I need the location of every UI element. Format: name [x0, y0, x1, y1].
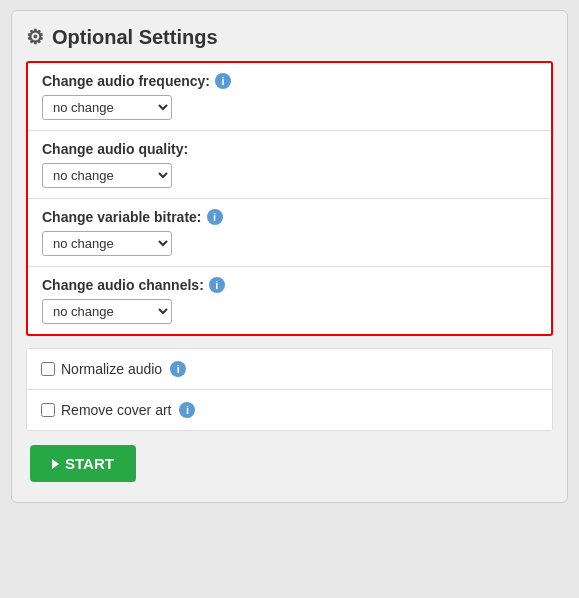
normalize-audio-info-icon[interactable]: i [170, 361, 186, 377]
start-button[interactable]: START [30, 445, 136, 482]
variable-bitrate-info-icon[interactable]: i [207, 209, 223, 225]
audio-quality-label: Change audio quality: [42, 141, 537, 157]
variable-bitrate-row: Change variable bitrate: i no change ena… [28, 199, 551, 267]
audio-quality-row: Change audio quality: no change low medi… [28, 131, 551, 199]
audio-frequency-select[interactable]: no change 8000 Hz 11025 Hz 16000 Hz 2205… [42, 95, 172, 120]
audio-frequency-row: Change audio frequency: i no change 8000… [28, 63, 551, 131]
audio-channels-label: Change audio channels: i [42, 277, 537, 293]
checkboxes-section: Normalize audio i Remove cover art i [26, 348, 553, 431]
remove-cover-art-row: Remove cover art i [27, 390, 552, 430]
section-title-text: Optional Settings [52, 26, 218, 49]
audio-channels-row: Change audio channels: i no change 1 (mo… [28, 267, 551, 334]
audio-frequency-label: Change audio frequency: i [42, 73, 537, 89]
section-title: ⚙ Optional Settings [26, 25, 553, 49]
variable-bitrate-select[interactable]: no change enabled disabled [42, 231, 172, 256]
remove-cover-art-info-icon[interactable]: i [179, 402, 195, 418]
variable-bitrate-label: Change variable bitrate: i [42, 209, 537, 225]
normalize-audio-label[interactable]: Normalize audio [41, 361, 162, 377]
gear-icon: ⚙ [26, 25, 44, 49]
optional-settings-container: ⚙ Optional Settings Change audio frequen… [11, 10, 568, 503]
options-box: Change audio frequency: i no change 8000… [26, 61, 553, 336]
audio-channels-select[interactable]: no change 1 (mono) 2 (stereo) [42, 299, 172, 324]
audio-quality-select[interactable]: no change low medium high [42, 163, 172, 188]
audio-channels-info-icon[interactable]: i [209, 277, 225, 293]
remove-cover-art-label[interactable]: Remove cover art [41, 402, 171, 418]
normalize-audio-row: Normalize audio i [27, 349, 552, 390]
remove-cover-art-checkbox[interactable] [41, 403, 55, 417]
normalize-audio-checkbox[interactable] [41, 362, 55, 376]
chevron-icon [52, 459, 59, 469]
audio-frequency-info-icon[interactable]: i [215, 73, 231, 89]
